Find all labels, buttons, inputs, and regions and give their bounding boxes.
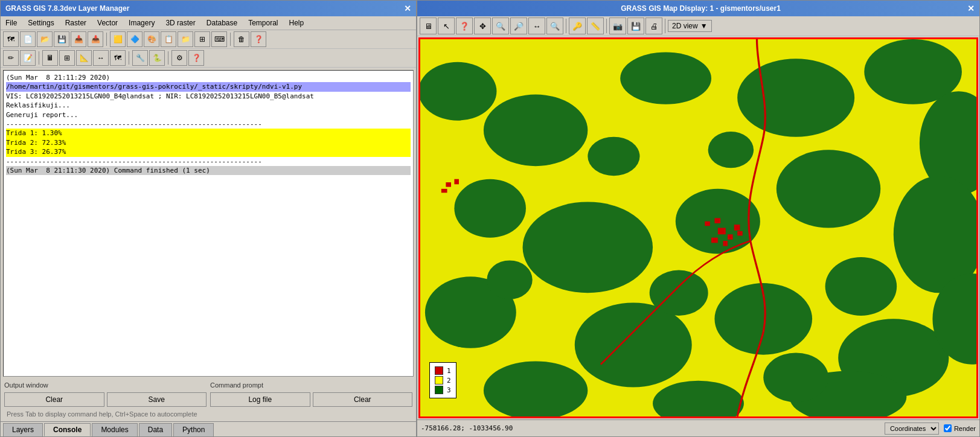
map-tb-query[interactable]: ❓ (456, 18, 473, 34)
output-save-btn[interactable]: Save (107, 392, 207, 407)
map-tb-display[interactable]: 🖥 (420, 18, 437, 34)
render-checkbox-group: Render (944, 424, 976, 432)
prompt-clear-btn[interactable]: Clear (313, 392, 413, 407)
svg-point-23 (487, 260, 532, 299)
svg-point-25 (763, 352, 828, 402)
tb-add-group[interactable]: 📁 (178, 31, 193, 47)
svg-rect-35 (454, 179, 459, 185)
map-tb-print[interactable]: 🖨 (645, 18, 662, 34)
prompt-log-btn[interactable]: Log file (210, 392, 310, 407)
tb-cartography[interactable]: 🗺 (110, 50, 126, 66)
menu-imagery[interactable]: Imagery (126, 18, 157, 28)
console-line-10: (Sun Mar 8 21:11:30 2020) Command finish… (6, 166, 411, 175)
tab-layers[interactable]: Layers (3, 423, 43, 436)
map-tb-measure[interactable]: 📏 (587, 18, 604, 34)
console-output: (Sun Mar 8 21:11:29 2020) /home/martin/g… (3, 70, 414, 377)
menu-database[interactable]: Database (204, 18, 240, 28)
coords-dropdown[interactable]: Coordinates (885, 423, 939, 435)
menu-bar: File Settings Raster Vector Imagery 3D r… (1, 16, 416, 30)
console-line-3: Reklasifikuji... (6, 101, 411, 110)
map-tb-save-img[interactable]: 💾 (627, 18, 644, 34)
tb-add-vector[interactable]: 🔷 (127, 31, 143, 47)
tb-add-rgb[interactable]: 🎨 (144, 31, 159, 47)
bottom-section: Output window Clear Save Command prompt … (1, 379, 416, 421)
console-line-8: Trida 3: 26.37% (6, 147, 411, 156)
svg-point-7 (454, 179, 526, 238)
view-mode-label: 2D view (672, 22, 698, 30)
tb-add-grid[interactable]: ⊞ (194, 31, 210, 47)
tab-console[interactable]: Console (44, 423, 91, 436)
left-title-text: GRASS GIS 7.8.3dev Layer Manager (5, 4, 129, 13)
menu-3d-raster[interactable]: 3D raster (163, 18, 197, 28)
map-tb-select[interactable]: ↖ (438, 18, 455, 34)
tb-calc[interactable]: 🖩 (42, 50, 58, 66)
tb-tools[interactable]: 🔧 (132, 50, 148, 66)
svg-rect-26 (718, 228, 726, 235)
tb-digitize[interactable]: 📝 (20, 50, 36, 66)
tb-georect[interactable]: ⊞ (59, 50, 75, 66)
tb-import-raster[interactable]: 📥 (71, 31, 86, 47)
tab-python[interactable]: Python (173, 423, 214, 436)
svg-point-10 (777, 150, 880, 228)
right-close-btn[interactable]: ✕ (967, 4, 975, 13)
tb-gps[interactable]: 📐 (76, 50, 92, 66)
tb-add-cmd[interactable]: ⌨ (211, 31, 227, 47)
tb-delete[interactable]: 🗑 (234, 31, 249, 47)
tb-new[interactable]: 📄 (20, 31, 36, 47)
svg-point-2 (484, 95, 588, 167)
menu-settings[interactable]: Settings (25, 18, 56, 28)
tb-import-vector[interactable]: 📥 (88, 31, 103, 47)
menu-file[interactable]: File (3, 18, 19, 28)
tab-data[interactable]: Data (139, 423, 172, 436)
legend-item-2: 2 (435, 376, 451, 384)
tab-modules[interactable]: Modules (92, 423, 137, 436)
map-tb-overlay[interactable]: 📷 (609, 18, 626, 34)
right-panel: GRASS GIS Map Display: 1 - gismentors/us… (417, 0, 980, 437)
tb-settings2[interactable]: ⚙ (171, 50, 187, 66)
menu-help[interactable]: Help (287, 18, 307, 28)
toolbar-sep-1 (106, 33, 107, 46)
left-close-btn[interactable]: ✕ (404, 4, 411, 13)
map-tb-zoom-out[interactable]: 🔎 (510, 18, 527, 34)
console-line-4: Generuji report... (6, 110, 411, 120)
tb-edit[interactable]: ✏ (3, 50, 19, 66)
tb-new-map[interactable]: 🗺 (3, 31, 19, 47)
console-line-1: /home/martin/git/gismentors/grass-gis-po… (6, 82, 411, 91)
tb-help2[interactable]: ❓ (188, 50, 204, 66)
map-tb-zoom-in[interactable]: 🔍 (492, 18, 509, 34)
right-title-text: GRASS GIS Map Display: 1 - gismentors/us… (621, 4, 781, 13)
map-tb-zoom-fit[interactable]: 🔍 (546, 18, 563, 34)
svg-rect-34 (446, 182, 451, 187)
prompt-btn-row: Log file Clear (210, 392, 412, 407)
svg-rect-31 (723, 241, 728, 246)
map-sep-3 (665, 19, 665, 33)
toolbar-row-2: ✏ 📝 🖩 ⊞ 📐 ↔ 🗺 🔧 🐍 ⚙ ❓ (1, 49, 416, 68)
map-canvas (420, 39, 976, 416)
menu-raster[interactable]: Raster (63, 18, 89, 28)
tb-mapswipe[interactable]: ↔ (93, 50, 109, 66)
map-tb-pan[interactable]: ✥ (474, 18, 491, 34)
console-line-6: Trida 1: 1.30% (6, 129, 411, 138)
menu-vector[interactable]: Vector (95, 18, 120, 28)
console-line-7: Trida 2: 72.33% (6, 138, 411, 147)
render-checkbox[interactable] (944, 424, 952, 432)
tb-help[interactable]: ❓ (251, 31, 266, 47)
output-clear-btn[interactable]: Clear (4, 392, 104, 407)
tb-add-raster[interactable]: 🟨 (110, 31, 126, 47)
view-dropdown[interactable]: 2D view ▼ (668, 20, 712, 32)
tb-save[interactable]: 💾 (54, 31, 69, 47)
map-toolbar: 🖥 ↖ ❓ ✥ 🔍 🔎 ↔ 🔍 🔑 📏 📷 💾 🖨 2D view ▼ (417, 16, 979, 36)
tb-python[interactable]: 🐍 (149, 50, 165, 66)
svg-rect-32 (737, 231, 743, 236)
svg-point-3 (620, 53, 711, 104)
tb-open[interactable]: 📂 (37, 31, 53, 47)
map-area: 1 2 3 (418, 37, 978, 418)
svg-rect-33 (714, 218, 720, 223)
menu-temporal[interactable]: Temporal (246, 18, 280, 28)
tb-add-legend[interactable]: 📋 (161, 31, 176, 47)
map-tb-zoom-region[interactable]: ↔ (528, 18, 545, 34)
console-line-0: (Sun Mar 8 21:11:29 2020) (6, 73, 411, 82)
svg-rect-29 (734, 225, 740, 231)
toolbar-sep-3 (39, 51, 39, 65)
map-tb-analyze[interactable]: 🔑 (569, 18, 586, 34)
